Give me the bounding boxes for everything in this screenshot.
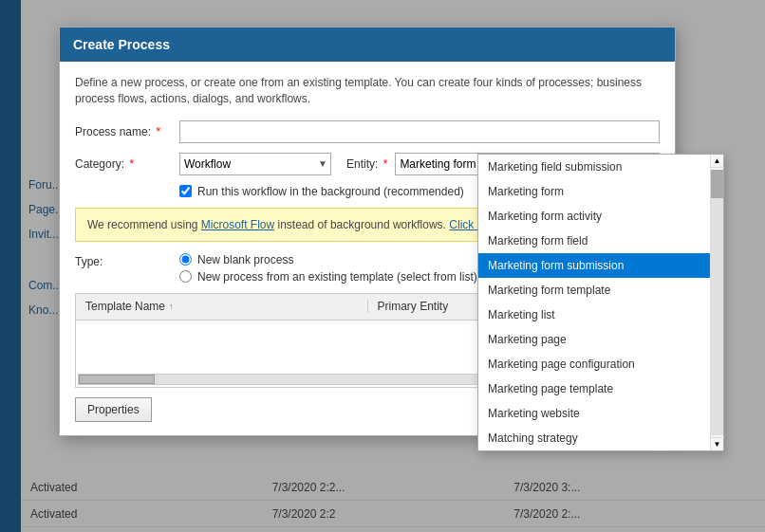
process-name-row: Process name: * [75, 120, 660, 143]
dropdown-item-4[interactable]: Marketing form submission [478, 253, 710, 278]
dropdown-scroll-track [711, 170, 723, 435]
template-col-name-header[interactable]: Template Name ↑ [76, 300, 368, 313]
dropdown-item-8[interactable]: Marketing page configuration [478, 352, 710, 376]
dropdown-scroll-thumb [711, 170, 723, 198]
type-label: Type: [75, 253, 179, 268]
radio-blank[interactable]: New blank process [179, 253, 480, 266]
category-select[interactable]: Workflow Action Business Process Flow Di… [179, 153, 331, 175]
warning-text-before: We recommend using [87, 218, 201, 231]
dropdown-item-9[interactable]: Marketing page template [478, 376, 710, 401]
dropdown-scroll-up[interactable]: ▲ [711, 155, 724, 168]
radio-group: New blank process New process from an ex… [179, 253, 480, 284]
radio-blank-input[interactable] [179, 253, 192, 266]
template-entity-col-label: Primary Entity [378, 300, 449, 313]
dropdown-item-6[interactable]: Marketing list [478, 303, 710, 327]
dropdown-inner: Marketing field submission Marketing for… [478, 155, 723, 450]
microsoft-flow-link[interactable]: Microsoft Flow [201, 218, 274, 231]
radio-template-input[interactable] [179, 270, 192, 283]
entity-dropdown-menu: Marketing field submission Marketing for… [477, 154, 724, 451]
dropdown-item-11[interactable]: Matching strategy [478, 426, 710, 450]
warning-text-middle: instead of background workflows. [274, 218, 449, 231]
category-select-wrapper: Workflow Action Business Process Flow Di… [179, 153, 331, 175]
modal-description: Define a new process, or create one from… [75, 75, 660, 107]
template-scrollbar-thumb [79, 375, 155, 384]
dropdown-item-7[interactable]: Marketing page [478, 327, 710, 352]
background-checkbox[interactable] [179, 185, 192, 197]
dropdown-scroll-down[interactable]: ▼ [711, 437, 724, 450]
dropdown-scrollbar[interactable]: ▲ ▼ [710, 155, 723, 450]
process-name-label: Process name: * [75, 125, 179, 138]
required-star-category: * [129, 157, 134, 171]
modal-title: Create Process [73, 37, 170, 52]
radio-template-label: New process from an existing template (s… [197, 270, 480, 284]
radio-blank-label: New blank process [197, 253, 293, 266]
template-name-col-label: Template Name [85, 300, 165, 313]
entity-label: Entity: * [346, 157, 387, 171]
dropdown-item-10[interactable]: Marketing website [478, 401, 710, 426]
dropdown-item-5[interactable]: Marketing form template [478, 278, 710, 303]
dropdown-item-0[interactable]: Marketing field submission [478, 155, 710, 179]
modal-header: Create Process [60, 28, 675, 62]
sort-icon: ↑ [169, 302, 174, 311]
required-star-entity: * [383, 157, 388, 171]
process-name-input[interactable] [179, 120, 660, 143]
dropdown-item-1[interactable]: Marketing form [478, 179, 710, 204]
required-star-name: * [156, 125, 160, 138]
checkbox-label: Run this workflow in the background (rec… [197, 185, 464, 198]
radio-template[interactable]: New process from an existing template (s… [179, 270, 480, 284]
category-label: Category: * [75, 157, 179, 171]
dropdown-item-3[interactable]: Marketing form field [478, 229, 710, 253]
dropdown-item-2[interactable]: Marketing form activity [478, 204, 710, 229]
properties-button[interactable]: Properties [75, 397, 152, 422]
